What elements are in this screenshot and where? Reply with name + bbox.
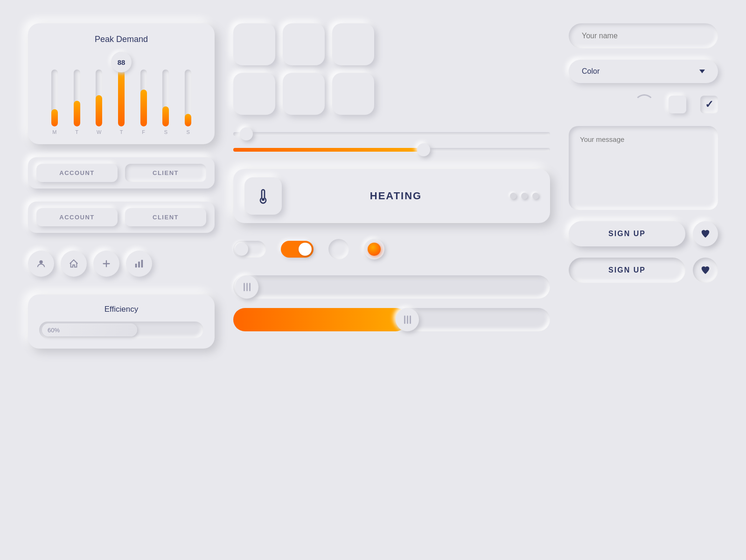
drag-slider-1 [233,275,550,299]
plus-icon-btn[interactable] [93,251,119,277]
chart-area: 88 M T W T [41,52,202,135]
peak-demand-card: Peak Demand 88 M T W [28,23,215,144]
heart-button-2[interactable] [693,258,718,283]
message-textarea[interactable] [569,126,718,210]
slider-section [233,126,550,158]
grid-square-3 [332,23,374,65]
radio-inner [368,243,381,256]
progress-track: 60% [39,322,203,338]
drag-slider-2 [233,308,550,331]
checkbox-empty[interactable] [669,96,686,113]
dot-2 [521,193,528,199]
dropdown-arrow-icon [699,70,705,73]
toggle-knob-1 [235,243,248,256]
plus-icon [101,259,112,269]
heart-icon-2 [700,265,711,275]
heating-card: HEATING [233,169,550,223]
tab-client-2[interactable]: CLIENT [125,208,206,226]
chart-bars: M T W T F [41,70,202,135]
progress-fill: 60% [42,323,137,336]
right-column: Color ✓ SIGN UP SIGN UP [559,23,718,537]
slider-1-wrapper [233,131,550,137]
svg-point-4 [262,198,265,201]
dropdown-label: Color [582,67,600,76]
slider-1-track [233,132,550,136]
toggle-on-1[interactable] [281,241,314,258]
color-dropdown[interactable]: Color [569,60,718,83]
toggles-row [233,234,550,264]
slider-2-thumb[interactable] [417,143,430,156]
tab-group-2: ACCOUNT CLIENT [28,202,215,233]
toggle-knob-2 [299,243,312,256]
svg-point-0 [39,260,42,264]
checkbox-checked[interactable]: ✓ [700,96,718,113]
spinner-animation [634,94,655,115]
dot-1 [510,193,516,199]
efficiency-card: Efficiency 60% [28,294,215,349]
heart-button-1[interactable] [693,221,718,246]
bar-s1: S [157,70,175,135]
slider-2-wrapper [233,147,550,153]
signup-button-1[interactable]: SIGN UP [569,221,685,246]
grid-square-2 [283,23,325,65]
heating-icon-box [244,177,282,215]
radio-off-1[interactable] [328,239,349,259]
middle-column: HEATING [224,23,559,537]
grid-square-1 [233,23,275,65]
signup-row-1: SIGN UP [569,221,718,246]
grid-square-6 [332,73,374,115]
peak-value-bubble: 88 [111,52,132,72]
chart-icon-btn[interactable] [126,251,152,277]
grid-square-5 [283,73,325,115]
heating-label: HEATING [370,190,422,202]
bar-t2-active: T [112,70,130,135]
radio-on-1[interactable] [364,239,384,259]
tab-client-1[interactable]: CLIENT [125,164,206,182]
spinner [634,94,655,115]
bar-t1: T [68,70,86,135]
thermometer-icon [255,188,272,204]
slider-1-thumb[interactable] [240,127,253,140]
chart-icon [134,259,144,269]
slider-2-track [233,148,550,152]
dots-row [510,193,539,199]
person-icon-btn[interactable] [28,251,54,277]
page: Peak Demand 88 M T W [0,0,746,560]
signup-button-2[interactable]: SIGN UP [569,258,685,283]
bar-w: W [90,70,108,135]
peak-demand-title: Peak Demand [41,35,202,44]
drag-slider-wrapper [233,275,550,331]
name-input[interactable] [569,23,718,49]
tab-account-1[interactable]: ACCOUNT [36,164,118,182]
bar-m: M [46,70,63,135]
svg-rect-3 [141,260,143,268]
toggle-off-1[interactable] [233,241,266,258]
home-icon-btn[interactable] [61,251,87,277]
icon-btn-row [28,246,215,281]
bar-f: F [135,70,153,135]
tab-group-1: ACCOUNT CLIENT [28,157,215,189]
drag-thumb-1[interactable] [235,275,258,299]
progress-value: 60% [48,327,60,334]
dot-3 [532,193,539,199]
drag-thumb-2[interactable] [396,308,419,331]
left-column: Peak Demand 88 M T W [28,23,224,537]
heart-icon-1 [700,229,711,239]
icon-grid [233,23,550,115]
controls-row: ✓ [569,94,718,115]
svg-rect-2 [138,261,140,267]
svg-rect-1 [135,264,137,267]
efficiency-title: Efficiency [39,305,203,314]
tab-account-2[interactable]: ACCOUNT [36,208,118,226]
checkmark-icon: ✓ [705,98,713,111]
bar-s2: S [179,70,197,135]
person-icon [36,259,46,269]
home-icon [69,259,79,269]
grid-square-4 [233,73,275,115]
signup-row-2: SIGN UP [569,258,718,283]
